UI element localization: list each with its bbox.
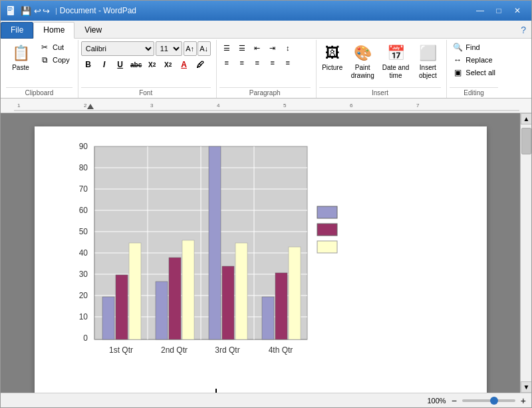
ribbon-group-clipboard: 📋 Paste ✂ Cut ⧉ Copy Clipboard — [3, 40, 78, 98]
picture-label: Picture — [322, 64, 342, 72]
tab-view[interactable]: View — [74, 22, 112, 39]
italic-button[interactable]: I — [97, 57, 112, 72]
minimize-button[interactable]: — — [471, 4, 489, 17]
numbering-button[interactable]: ☰ — [235, 41, 249, 55]
paste-button[interactable]: 📋 Paste — [6, 41, 35, 73]
highlight-button[interactable]: 🖊 — [193, 57, 207, 72]
clipboard-content: 📋 Paste ✂ Cut ⧉ Copy — [6, 40, 72, 87]
align-center-button[interactable]: ≡ — [235, 56, 249, 69]
title-bar: 💾 ↩ ↪ | Document - WordPad — □ ✕ — [1, 1, 531, 21]
datetime-label: Date andtime — [382, 64, 410, 80]
find-button[interactable]: 🔍 Find — [450, 41, 498, 53]
document-scroll[interactable]: 90 80 70 60 50 40 30 20 10 0 — [1, 113, 520, 393]
quick-save-icon[interactable]: 💾 — [21, 6, 31, 16]
para-row-1: ☰ ☰ ⇤ ⇥ ↕ — [219, 41, 295, 55]
quick-redo-icon[interactable]: ↪ — [43, 6, 50, 16]
insert-object-label: Insertobject — [419, 64, 437, 80]
zoom-thumb[interactable] — [490, 397, 498, 405]
bold-button[interactable]: B — [81, 57, 96, 72]
zoom-minus-button[interactable]: − — [452, 395, 457, 406]
underline-button[interactable]: U — [113, 57, 128, 72]
paste-label: Paste — [12, 64, 29, 72]
zoom-slider[interactable] — [462, 399, 515, 402]
cut-button[interactable]: ✂ Cut — [37, 41, 72, 53]
ribbon-group-insert: 🖼 Picture 🎨 Paintdrawing 📅 Date andtime … — [317, 40, 448, 98]
font-color-button[interactable]: A — [177, 57, 192, 72]
paragraph-content: ☰ ☰ ⇤ ⇥ ↕ ≡ ≡ ≡ ≡ ≡ — [219, 40, 311, 87]
font-size-buttons: A↑ A↓ — [184, 41, 211, 56]
replace-icon: ↔ — [452, 55, 463, 65]
select-all-button[interactable]: ▣ Select all — [450, 67, 498, 79]
paint-label: Paintdrawing — [351, 64, 374, 80]
close-button[interactable]: ✕ — [509, 4, 526, 17]
svg-text:70: 70 — [78, 184, 88, 194]
quick-undo-icon[interactable]: ↩ — [34, 6, 41, 16]
document-page[interactable]: 90 80 70 60 50 40 30 20 10 0 — [35, 126, 487, 393]
increase-indent-button[interactable]: ⇥ — [265, 41, 280, 55]
insert-label: Insert — [319, 87, 442, 98]
font-shrink-button[interactable]: A↓ — [198, 41, 211, 56]
svg-text:1: 1 — [17, 102, 21, 108]
para-extra-button[interactable]: ≡ — [281, 56, 295, 69]
scroll-up-button[interactable]: ▲ — [521, 113, 531, 124]
align-left-button[interactable]: ≡ — [219, 56, 234, 69]
status-bar: 100% − + — [1, 393, 531, 407]
picture-button[interactable]: 🖼 Picture — [319, 41, 346, 73]
svg-text:4: 4 — [217, 102, 220, 108]
svg-rect-41 — [156, 282, 168, 339]
svg-text:0: 0 — [83, 333, 88, 343]
svg-text:3rd Qtr: 3rd Qtr — [215, 345, 239, 355]
svg-rect-48 — [275, 273, 287, 339]
replace-button[interactable]: ↔ Replace — [450, 54, 498, 66]
editing-buttons: 🔍 Find ↔ Replace ▣ Select all — [450, 41, 498, 79]
find-icon: 🔍 — [452, 42, 463, 53]
scroll-thumb[interactable] — [521, 128, 531, 154]
vertical-scrollbar[interactable]: ▲ ▼ — [520, 113, 531, 393]
font-size-select[interactable]: 11 — [156, 41, 182, 56]
scroll-down-button[interactable]: ▼ — [521, 381, 531, 393]
help-button[interactable]: ? — [515, 22, 531, 38]
zoom-plus-button[interactable]: + — [521, 395, 526, 406]
select-all-icon: ▣ — [452, 67, 463, 78]
svg-rect-1 — [8, 7, 12, 8]
line-spacing-button[interactable]: ↕ — [281, 41, 295, 55]
svg-text:90: 90 — [78, 142, 88, 151]
svg-text:30: 30 — [78, 270, 88, 279]
find-label: Find — [466, 43, 479, 51]
svg-rect-39 — [116, 275, 128, 339]
align-right-button[interactable]: ≡ — [250, 56, 265, 69]
svg-rect-46 — [235, 243, 247, 339]
datetime-button[interactable]: 📅 Date andtime — [380, 41, 412, 81]
justify-button[interactable]: ≡ — [265, 56, 280, 69]
select-all-label: Select all — [466, 69, 495, 77]
window-controls: — □ ✕ — [471, 4, 526, 17]
cut-label: Cut — [53, 43, 64, 51]
svg-text:60: 60 — [78, 206, 88, 215]
superscript-button[interactable]: X2 — [161, 57, 176, 72]
tab-home[interactable]: Home — [33, 22, 74, 39]
svg-rect-38 — [102, 297, 114, 339]
copy-button[interactable]: ⧉ Copy — [37, 54, 72, 66]
scroll-track[interactable] — [521, 124, 531, 381]
subscript-button[interactable]: X2 — [145, 57, 160, 72]
app-icon — [6, 5, 17, 16]
insert-object-button[interactable]: ⬜ Insertobject — [414, 41, 441, 81]
font-row-2: B I U abc X2 X2 A 🖊 — [81, 57, 207, 72]
font-family-select[interactable]: Calibri — [81, 41, 154, 56]
para-row-2: ≡ ≡ ≡ ≡ ≡ — [219, 56, 295, 69]
paint-button[interactable]: 🎨 Paintdrawing — [348, 41, 377, 81]
maximize-button[interactable]: □ — [490, 4, 507, 17]
decrease-indent-button[interactable]: ⇤ — [250, 41, 265, 55]
bullets-button[interactable]: ☰ — [219, 41, 234, 55]
svg-text:5: 5 — [283, 102, 287, 108]
insert-object-icon: ⬜ — [417, 43, 438, 64]
cursor — [215, 389, 217, 393]
font-row-1: Calibri 11 A↑ A↓ — [81, 41, 211, 56]
svg-rect-42 — [169, 258, 181, 339]
svg-rect-45 — [222, 266, 234, 339]
svg-rect-43 — [182, 240, 194, 339]
tab-file[interactable]: File — [1, 22, 33, 39]
font-grow-button[interactable]: A↑ — [184, 41, 197, 56]
svg-rect-47 — [262, 297, 274, 339]
strikethrough-button[interactable]: abc — [129, 57, 144, 72]
